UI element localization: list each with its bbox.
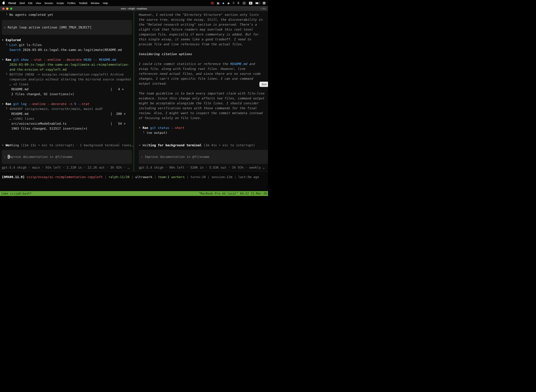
- window-title: omx --xhigh --madmax: [121, 7, 147, 10]
- text-segment: team:1 workers: [158, 175, 185, 179]
- battery-icon[interactable]: [255, 2, 260, 4]
- text-segment: 2026-03-09-is-legal-the-same-as-legitima…: [9, 63, 129, 66]
- prompt-input-text[interactable]: › Improve documentation in @filename: [141, 154, 266, 159]
- minimize-button[interactable]: [6, 8, 9, 10]
- text-segment: └: [2, 43, 9, 47]
- zoom-button[interactable]: [10, 8, 12, 10]
- text-segment: |: [185, 175, 191, 179]
- text-segment: ting for background terminal: [148, 143, 201, 147]
- text-segment: List: [9, 43, 17, 47]
- text-segment: src/voice/voiceModeEnabled.ts | 54 +: [2, 122, 125, 125]
- window-grid-icon[interactable]: ▦: [217, 2, 219, 5]
- text-segment: I could cite commit statistics or refere…: [139, 62, 230, 66]
- text-segment: 1903 files changed, 513517 insertions(+): [2, 127, 88, 130]
- thinking-paragraph: However, I noticed the "Directory Struct…: [139, 12, 264, 47]
- window-titlebar[interactable]: omx --xhigh --madmax ⌥⌘1: [0, 6, 268, 11]
- text-segment: king: [11, 143, 19, 147]
- menu-item-window[interactable]: Window: [91, 2, 100, 5]
- menu-item-session[interactable]: Session: [44, 2, 53, 5]
- menu-item-help[interactable]: Help: [103, 2, 108, 5]
- text-segment: [2, 117, 9, 121]
- app-grid-icon[interactable]: ⠿: [233, 2, 234, 5]
- terminal-area: └ No agents completed yet› Ralph loop ac…: [0, 11, 268, 172]
- terminal-line: └ List git ls-files: [2, 42, 134, 47]
- text-segment: [2, 68, 9, 71]
- text-segment: └: [2, 73, 9, 76]
- menu-item-edit[interactable]: Edit: [28, 2, 32, 5]
- text-segment: 067f154 (HEAD -> essay/ai-reimplementati…: [9, 73, 124, 76]
- hook-icon[interactable]: 8: [238, 2, 239, 5]
- terminal-line: └ No agents completed yet: [2, 12, 134, 17]
- terminal-line: … +2 lines: [2, 82, 134, 87]
- text-segment: cczip/essay/ai-reimplementation-copyleft: [27, 175, 103, 179]
- terminal-line: README.md | 4 +: [2, 87, 134, 92]
- text-segment: [11, 58, 13, 61]
- prompt-input-text[interactable]: › Improve documentation in @filename: [4, 154, 130, 159]
- text-segment: ›: [141, 155, 145, 159]
- text-segment: Wai: [143, 143, 148, 147]
- terminal-line: • Ran git show --stat --oneline --decora…: [2, 57, 134, 62]
- text-segment: (1m 41s • esc to interrupt): [203, 143, 255, 147]
- text-segment: … +2 lines: [9, 82, 28, 86]
- terminal-line: Search 2026-03-09-is-legal-the-same-as-l…: [2, 47, 134, 52]
- text-segment: [2, 77, 9, 81]
- control-center-icon[interactable]: [263, 2, 266, 4]
- thinking-paragraph: I could cite commit statistics or refere…: [139, 61, 264, 86]
- text-segment: Ran: [6, 58, 11, 61]
- text-segment: [25, 175, 27, 179]
- text-segment: README.md: [99, 58, 116, 61]
- text-segment: [11, 102, 13, 106]
- close-button[interactable]: [2, 8, 5, 10]
- shortcuts-icon[interactable]: ◉: [227, 2, 230, 5]
- screen-share-tab[interactable]: Scre: [259, 82, 268, 87]
- traffic-lights: [2, 8, 12, 10]
- meter-icon[interactable]: .61: [242, 1, 246, 5]
- text-segment: -n: [68, 102, 72, 106]
- menu-item-shell[interactable]: Shell: [19, 2, 25, 5]
- window-shortcut-hint: ⌥⌘1: [260, 7, 266, 10]
- text-segment: --stat --oneline --decorate: [30, 58, 82, 61]
- text-segment: Wor: [6, 143, 11, 147]
- text-segment: [169, 126, 171, 130]
- text-segment: └: [139, 131, 146, 135]
- left-pane[interactable]: └ No agents completed yet› Ralph loop ac…: [0, 11, 134, 172]
- terminal-line: • Ran git log --oneline --decorate -n 5 …: [2, 102, 134, 107]
- text-segment: last:5m ago: [238, 175, 259, 179]
- menu-item-view[interactable]: View: [36, 2, 41, 5]
- pointer-icon[interactable]: ◆: [222, 2, 224, 5]
- prompt-input-box[interactable]: › Improve documentation in @filename: [139, 150, 268, 164]
- text-segment: [2, 48, 9, 52]
- menu-item-toolbelt[interactable]: Toolbelt: [79, 2, 87, 5]
- text-segment: |: [103, 175, 109, 179]
- menu-item-profiles[interactable]: Profiles: [67, 2, 76, 5]
- text-segment: git log: [13, 102, 27, 106]
- apple-menu-icon[interactable]: [2, 2, 5, 5]
- text-segment: Search: [9, 48, 21, 52]
- prompt-input-box[interactable]: › Improve documentation in @filename: [2, 150, 132, 164]
- right-pane[interactable]: However, I noticed the "Directory Struct…: [134, 11, 268, 172]
- text-segment: Ralph loop active continue [OMX_TMUX_INJ…: [8, 25, 92, 29]
- text-segment: ›: [4, 25, 8, 29]
- text-segment: 4b9d30f (origin/main, instructkr/main, m…: [9, 107, 103, 111]
- working-status-line: • Working (11m 13s • esc to interrupt) ·…: [2, 143, 134, 148]
- text-segment: The team guideline is to back every impo…: [139, 92, 266, 120]
- pane-scrollback: However, I noticed the "Directory Struct…: [139, 12, 268, 143]
- terminal-line: • Explored: [2, 37, 134, 42]
- text-segment: Ran: [6, 102, 11, 106]
- thinking-paragraph: The team guideline is to back every impo…: [139, 91, 264, 121]
- text-segment: |: [232, 175, 238, 179]
- terminal-line: … +1901 lines: [2, 116, 134, 121]
- terminal-line: └ 067f154 (HEAD -> essay/ai-reimplementa…: [2, 72, 134, 77]
- screen-recording-icon[interactable]: [211, 2, 214, 4]
- text-segment: [OMX#0.11.9]: [2, 175, 25, 179]
- model-status-line: gpt-5.4 xhigh · main · 91% left · 2.31M …: [2, 165, 134, 170]
- text-segment: (no output): [146, 131, 167, 135]
- text-segment: README.md: [230, 62, 247, 66]
- menu-item-app[interactable]: iTerm2: [8, 2, 16, 5]
- input-source-icon[interactable]: A: [249, 2, 252, 5]
- menu-item-scripts[interactable]: Scripts: [57, 2, 64, 5]
- text-segment: However, I noticed the "Directory Struct…: [139, 13, 264, 46]
- text-segment: README.md | 4 +: [2, 87, 124, 91]
- menubar-status-icons: ▦◆◉⠿8.61A: [211, 1, 266, 5]
- text-segment: •: [139, 126, 143, 130]
